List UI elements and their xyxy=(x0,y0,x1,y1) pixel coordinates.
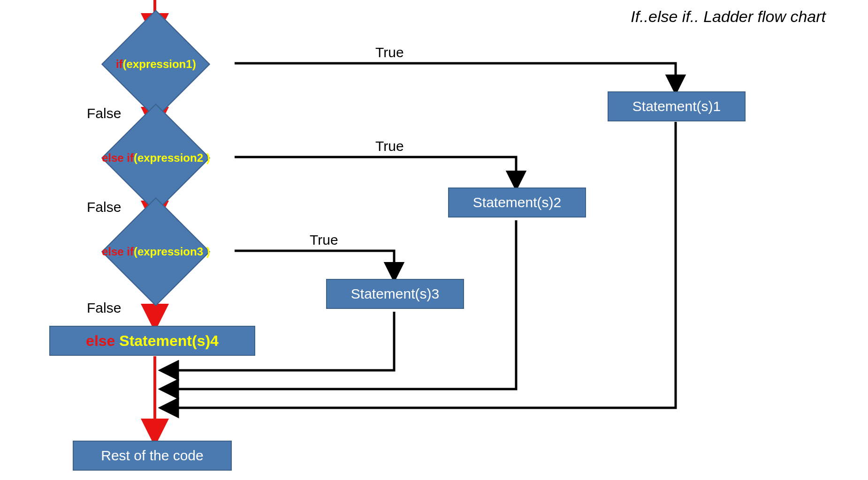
decision-if: if(expression1) xyxy=(101,10,210,119)
label-false-1: False xyxy=(87,105,121,121)
arrow-d2-true xyxy=(235,157,516,185)
chart-title: If..else if.. Ladder flow chart xyxy=(631,8,826,26)
kw-if: if xyxy=(116,58,123,70)
label-true-1: True xyxy=(375,45,404,60)
else-statement: else Statement(s)4 xyxy=(49,326,255,356)
arrow-s1-merge xyxy=(164,122,676,408)
statement-2: Statement(s)2 xyxy=(448,188,586,218)
expr-2: (expression2 ) xyxy=(134,151,210,164)
kw-elseif-1: else if xyxy=(102,151,134,164)
arrow-d1-true xyxy=(235,63,676,89)
statement-3: Statement(s)3 xyxy=(326,279,464,309)
statement-1: Statement(s)1 xyxy=(608,91,746,121)
label-true-2: True xyxy=(375,138,404,154)
rest-of-code: Rest of the code xyxy=(73,441,232,471)
label-false-2: False xyxy=(87,199,121,215)
label-false-3: False xyxy=(87,300,121,316)
expr-3: (expression3 ) xyxy=(134,245,210,258)
flowchart-canvas: If..else if.. Ladder flow chart xyxy=(0,0,868,480)
kw-elseif-2: else if xyxy=(102,245,134,258)
kw-else: else xyxy=(86,332,115,349)
arrow-d3-true xyxy=(235,251,394,277)
expr-1: (expression1) xyxy=(122,58,196,70)
label-true-3: True xyxy=(310,232,338,248)
stmt-4: Statement(s)4 xyxy=(115,332,219,349)
